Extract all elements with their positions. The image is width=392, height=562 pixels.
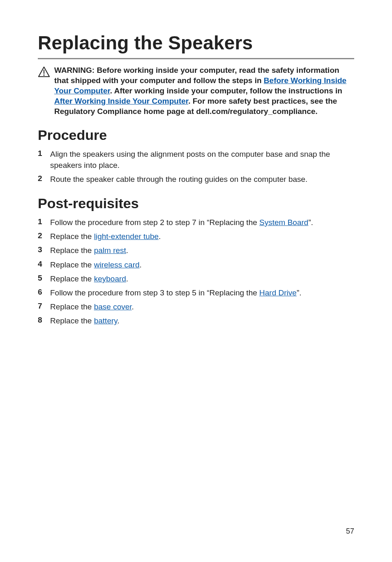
step-number: 7 [38, 302, 50, 311]
step-text: Replace the keyboard. [50, 274, 354, 284]
link-keyboard[interactable]: keyboard [94, 274, 126, 283]
link-after-working[interactable]: After Working Inside Your Computer [54, 97, 188, 105]
step-number: 4 [38, 260, 50, 269]
step-text: Replace the palm rest. [50, 245, 354, 256]
list-item: 6 Follow the procedure from step 3 to st… [38, 288, 354, 298]
step-number: 1 [38, 217, 50, 226]
page-title: Replacing the Speakers [38, 32, 354, 59]
step-number: 5 [38, 274, 50, 283]
warning-text: WARNING: Before working inside your comp… [54, 65, 354, 116]
step-number: 1 [38, 149, 50, 158]
list-item: 8 Replace the battery. [38, 316, 354, 326]
link-base-cover[interactable]: base cover [94, 302, 132, 311]
link-battery[interactable]: battery [94, 316, 118, 325]
step-number: 3 [38, 245, 50, 254]
post-requisites-list: 1 Follow the procedure from step 2 to st… [38, 217, 354, 327]
step-text: Align the speakers using the alignment p… [50, 149, 354, 170]
step-text: Replace the light-extender tube. [50, 231, 354, 242]
heading-post-requisites: Post-requisites [38, 195, 354, 211]
step-number: 2 [38, 231, 50, 240]
svg-point-2 [44, 74, 45, 76]
step-text: Replace the battery. [50, 316, 354, 326]
warning-block: WARNING: Before working inside your comp… [38, 65, 354, 116]
list-item: 2 Replace the light-extender tube. [38, 231, 354, 242]
step-text: Replace the wireless card. [50, 260, 354, 270]
step-number: 6 [38, 288, 50, 297]
link-hard-drive[interactable]: Hard Drive [259, 288, 297, 297]
step-number: 2 [38, 174, 50, 183]
list-item: 1 Align the speakers using the alignment… [38, 149, 354, 170]
list-item: 7 Replace the base cover. [38, 302, 354, 312]
step-text: Follow the procedure from step 2 to step… [50, 217, 354, 228]
step-text: Replace the base cover. [50, 302, 354, 312]
link-system-board[interactable]: System Board [259, 218, 308, 227]
step-number: 8 [38, 316, 50, 325]
list-item: 4 Replace the wireless card. [38, 260, 354, 270]
warning-icon [38, 66, 50, 78]
list-item: 5 Replace the keyboard. [38, 274, 354, 284]
warning-mid1: . After working inside your computer, fo… [110, 86, 342, 95]
list-item: 2 Route the speaker cable through the ro… [38, 174, 354, 185]
link-light-extender-tube[interactable]: light-extender tube [94, 232, 159, 241]
page-number: 57 [346, 527, 354, 536]
link-palm-rest[interactable]: palm rest [94, 246, 126, 255]
step-text: Route the speaker cable through the rout… [50, 174, 354, 185]
link-wireless-card[interactable]: wireless card [94, 260, 140, 269]
page: Replacing the Speakers WARNING: Before w… [0, 0, 392, 562]
procedure-list: 1 Align the speakers using the alignment… [38, 149, 354, 185]
list-item: 3 Replace the palm rest. [38, 245, 354, 256]
step-text: Follow the procedure from step 3 to step… [50, 288, 354, 298]
list-item: 1 Follow the procedure from step 2 to st… [38, 217, 354, 228]
heading-procedure: Procedure [38, 127, 354, 143]
